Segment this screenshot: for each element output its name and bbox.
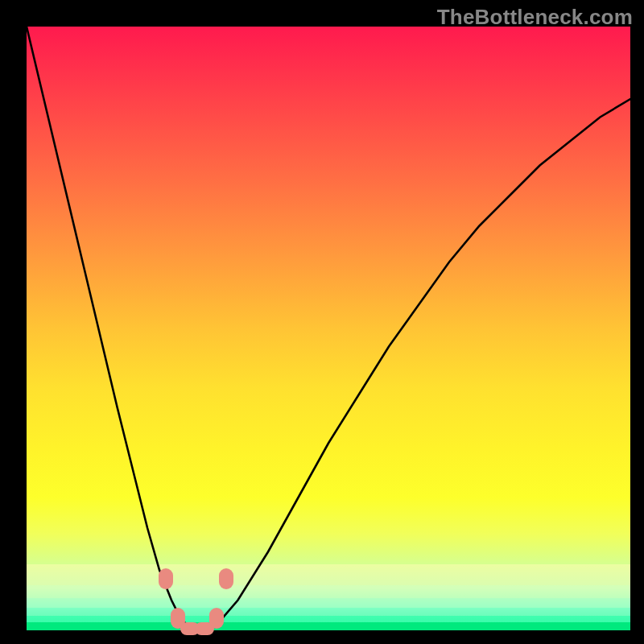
plot-area (27, 27, 630, 630)
curve-marker (209, 608, 224, 629)
chart-frame: TheBottleneck.com (0, 0, 644, 644)
bottleneck-curve (27, 27, 630, 630)
curve-marker (219, 568, 233, 589)
curve-svg (27, 27, 630, 630)
watermark-text: TheBottleneck.com (437, 5, 633, 30)
curve-marker (159, 568, 173, 589)
